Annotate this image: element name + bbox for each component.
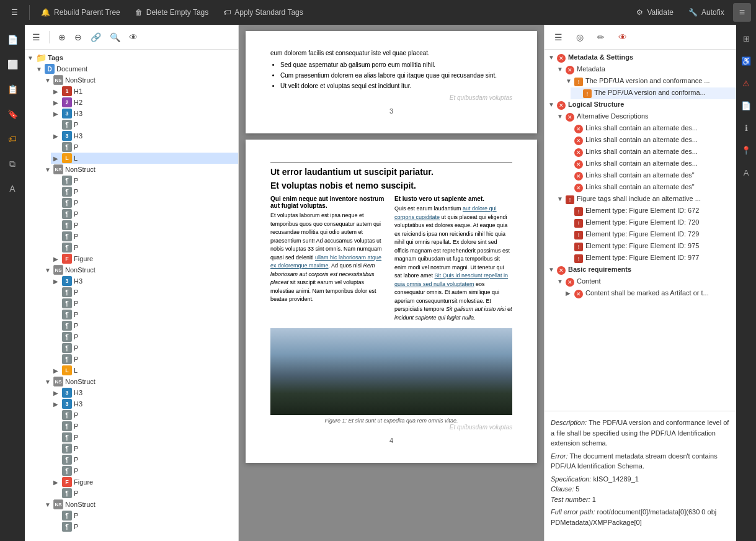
- vt-link-5[interactable]: ▶ ✕ Links shall contain an alternate des…: [562, 170, 736, 182]
- tree-p-17[interactable]: ▶¶P: [51, 409, 238, 421]
- far-right-accessibility-btn[interactable]: ♿: [737, 52, 755, 69]
- vt-link-4[interactable]: ▶ ✕ Links shall contain an alternate des…: [562, 158, 736, 170]
- tree-h3-2[interactable]: ▶ 3 H3: [51, 130, 238, 141]
- eye-btn[interactable]: 👁: [127, 30, 140, 45]
- ns5-toggle[interactable]: ▼: [45, 501, 53, 508]
- right-hamburger-btn[interactable]: ☰: [549, 30, 567, 45]
- tree-p-8[interactable]: ▶¶P: [51, 231, 238, 242]
- tree-nonstruct-5[interactable]: ▼ NS NonStruct: [42, 499, 238, 510]
- font-icon-btn[interactable]: A: [2, 179, 22, 199]
- tree-p-23[interactable]: ▶¶P: [51, 488, 238, 499]
- tree-l-2[interactable]: ▶LL: [51, 365, 238, 376]
- tree-p-3[interactable]: ▶¶P: [51, 175, 238, 186]
- vt-fig-729[interactable]: ▶ ! Element type: Figure Element ID: 729: [562, 229, 736, 241]
- ns3-toggle[interactable]: ▼: [45, 267, 53, 274]
- autofix-button[interactable]: 🔧 Autofix: [682, 6, 731, 19]
- tree-p-4[interactable]: ▶¶P: [51, 186, 238, 197]
- tree-p-2[interactable]: ▶ ¶ P: [51, 141, 238, 153]
- right-edit-btn[interactable]: ✏: [592, 30, 610, 45]
- ns4-toggle[interactable]: ▼: [45, 378, 53, 385]
- vt-figure-tags[interactable]: ▼ ! Figure tags shall include an alterna…: [553, 194, 736, 205]
- far-right-font-btn[interactable]: A: [737, 164, 755, 181]
- h1-toggle[interactable]: ▶: [53, 88, 62, 95]
- tree-h3-1[interactable]: ▶ 3 H3: [51, 108, 238, 119]
- apply-standard-tags-button[interactable]: 🏷 Apply Standard Tags: [217, 6, 309, 19]
- vt-fig-977[interactable]: ▶ ! Element type: Figure Element ID: 977: [562, 253, 736, 264]
- vt-fig-975[interactable]: ▶ ! Element type: Figure Element ID: 975: [562, 241, 736, 253]
- link-btn[interactable]: 🔗: [88, 30, 104, 45]
- tree-p-14[interactable]: ▶¶P: [51, 331, 238, 342]
- expand-icon-btn[interactable]: ⬜: [2, 55, 22, 74]
- ns1-toggle[interactable]: ▼: [45, 77, 53, 84]
- vt-logical-structure[interactable]: ▼ ✕ Logical Structure: [545, 99, 736, 111]
- tree-h2[interactable]: ▶ 2 H2: [51, 97, 238, 108]
- tree-nonstruct-2[interactable]: ▼ NS NonStruct: [42, 164, 238, 175]
- vt-link-2[interactable]: ▶ ✕ Links shall contain an alternate des…: [562, 135, 736, 146]
- tag-sidebar-icon-btn[interactable]: 🏷: [2, 129, 22, 149]
- pages-icon-btn[interactable]: 📋: [2, 79, 22, 99]
- vt-pdfua-1a[interactable]: ▶ ! The PDF/UA version and conforma...: [571, 87, 736, 99]
- tree-figure-2[interactable]: ▶FFigure: [51, 476, 238, 488]
- vt-link-1[interactable]: ▶ ✕ Links shall contain an alternate des…: [562, 123, 736, 135]
- document-toggle[interactable]: ▼: [36, 66, 45, 73]
- far-right-error-btn[interactable]: ⚠: [737, 74, 755, 92]
- l1-toggle[interactable]: ▶: [53, 155, 62, 162]
- tree-h1[interactable]: ▶ 1 H1: [51, 86, 238, 97]
- fig1-toggle[interactable]: ▶: [53, 256, 62, 262]
- hamburger-menu-button[interactable]: ☰: [5, 6, 24, 19]
- vt-alt-desc[interactable]: ▼ ✕ Alternative Descriptions: [553, 111, 736, 123]
- tree-p-16[interactable]: ▶¶P: [51, 354, 238, 365]
- tags-toggle[interactable]: ▼: [27, 55, 36, 61]
- layers-icon-btn[interactable]: ⧉: [2, 154, 22, 174]
- tree-p-7[interactable]: ▶¶P: [51, 220, 238, 231]
- tree-p-6[interactable]: ▶¶P: [51, 208, 238, 220]
- far-right-location-btn[interactable]: 📍: [737, 141, 755, 159]
- add-node-btn[interactable]: ⊕: [56, 30, 68, 45]
- vt-basic-req[interactable]: ▼ ✕ Basic requirements: [545, 264, 736, 276]
- tree-p-13[interactable]: ▶¶P: [51, 320, 238, 331]
- tree-l-1[interactable]: ▶ L L: [51, 153, 238, 164]
- delete-empty-tags-button[interactable]: 🗑 Delete Empty Tags: [129, 6, 215, 19]
- tree-h3-5[interactable]: ▶3H3: [51, 398, 238, 409]
- tree-p-19[interactable]: ▶¶P: [51, 432, 238, 443]
- collapse-all-btn[interactable]: ☰: [30, 30, 43, 45]
- search-btn[interactable]: 🔍: [107, 30, 123, 45]
- far-right-panels-btn[interactable]: ⊞: [737, 30, 755, 47]
- h3-2-toggle[interactable]: ▶: [53, 133, 62, 140]
- tree-nonstruct-1[interactable]: ▼ NS NonStruct: [42, 74, 238, 86]
- tree-document[interactable]: ▼ D Document: [33, 63, 238, 74]
- vt-content[interactable]: ▼ ✕ Content: [553, 276, 736, 288]
- tree-p-15[interactable]: ▶¶P: [51, 342, 238, 354]
- vt-fig-672[interactable]: ▶ ! Element type: Figure Element ID: 672: [562, 205, 736, 217]
- bookmark-icon-btn[interactable]: 🔖: [2, 104, 22, 124]
- vt-pdfua-1[interactable]: ▼ ! The PDF/UA version and conformance .…: [562, 76, 736, 87]
- tree-p-21[interactable]: ▶¶P: [51, 454, 238, 465]
- right-target-btn[interactable]: ◎: [571, 30, 589, 45]
- pdf-viewer[interactable]: eum dolorem facilis est consequatur iste…: [239, 25, 544, 541]
- remove-node-btn[interactable]: ⊖: [72, 30, 84, 45]
- tree-h3-3[interactable]: ▶3H3: [51, 275, 238, 287]
- tree-p-10[interactable]: ▶¶P: [51, 287, 238, 298]
- tree-p-12[interactable]: ▶¶P: [51, 309, 238, 320]
- far-right-info-btn[interactable]: ℹ: [737, 119, 755, 136]
- tree-p-20[interactable]: ▶¶P: [51, 443, 238, 454]
- tree-nonstruct-3[interactable]: ▼ NS NonStruct: [42, 264, 238, 275]
- ns2-toggle[interactable]: ▼: [45, 166, 53, 173]
- vt-link-3[interactable]: ▶ ✕ Links shall contain an alternate des…: [562, 146, 736, 158]
- rebuild-parent-tree-button[interactable]: 🔔 Rebuild Parent Tree: [35, 6, 127, 19]
- h2-toggle[interactable]: ▶: [53, 99, 62, 106]
- h3-1-toggle[interactable]: ▶: [53, 110, 62, 117]
- vt-metadata[interactable]: ▼ ✕ Metadata: [553, 64, 736, 76]
- toolbar-hamburger-right[interactable]: ≡: [733, 3, 751, 22]
- vt-fig-720[interactable]: ▶ ! Element type: Figure Element ID: 720: [562, 217, 736, 229]
- tree-p-5[interactable]: ▶¶P: [51, 197, 238, 208]
- tree-p-24[interactable]: ▶¶P: [51, 510, 238, 521]
- tree-root-tags[interactable]: ▼ 📁 Tags: [25, 52, 238, 63]
- tree-p-25[interactable]: ▶¶P: [51, 521, 238, 532]
- vt-metadata-settings[interactable]: ▼ ✕ Metadata & Settings: [545, 52, 736, 64]
- tree-p-11[interactable]: ▶¶P: [51, 298, 238, 309]
- new-document-icon-btn[interactable]: 📄: [2, 30, 22, 50]
- right-eye-btn[interactable]: 👁: [613, 30, 632, 45]
- tree-p-1[interactable]: ▶ ¶ P: [51, 119, 238, 130]
- tree-h3-4[interactable]: ▶3H3: [51, 387, 238, 398]
